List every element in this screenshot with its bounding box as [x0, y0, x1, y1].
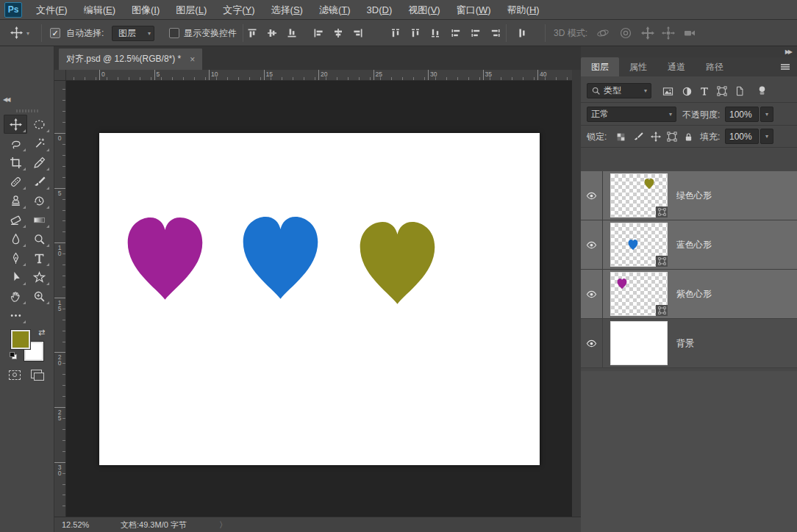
dist-right-icon[interactable]: [488, 26, 503, 40]
tool-move[interactable]: [4, 115, 27, 134]
tool-history-brush[interactable]: [27, 191, 51, 210]
filter-type-layers-icon[interactable]: [697, 84, 712, 98]
tool-zoom[interactable]: [27, 287, 51, 306]
menu-item[interactable]: 文件(F): [28, 0, 76, 20]
tool-eraser[interactable]: [4, 210, 27, 229]
filter-smart-objects-icon[interactable]: [732, 84, 747, 98]
filter-pixel-layers-icon[interactable]: [660, 84, 675, 98]
menu-item[interactable]: 3D(D): [359, 0, 401, 20]
tool-gradient[interactable]: [27, 210, 51, 229]
collapse-panel-icon[interactable]: ◀◀: [3, 96, 9, 103]
dist-spacing-icon[interactable]: [515, 26, 529, 40]
layer-visibility-toggle[interactable]: [581, 220, 603, 270]
layer-visibility-toggle[interactable]: [581, 270, 603, 319]
panel-tab-属性[interactable]: 属性: [619, 57, 657, 76]
lock-transparency-icon[interactable]: [613, 129, 628, 144]
menu-item[interactable]: 图像(I): [124, 0, 168, 20]
fill-caret[interactable]: ▾: [760, 129, 773, 144]
panel-tab-通道[interactable]: 通道: [657, 57, 696, 76]
auto-select-target-dropdown[interactable]: 图层 ▾: [112, 26, 154, 41]
tool-crop[interactable]: [4, 153, 27, 172]
layer-row[interactable]: 绿色心形: [581, 171, 797, 220]
blend-mode-dropdown[interactable]: 正常 ▾: [587, 107, 676, 122]
dist-top-icon[interactable]: [388, 26, 403, 40]
layer-visibility-toggle[interactable]: [581, 319, 603, 368]
tool-brush[interactable]: [27, 172, 51, 191]
tool-clone-stamp[interactable]: [4, 191, 27, 210]
tool-path-select[interactable]: [4, 267, 27, 287]
canvas-pasteboard[interactable]: [66, 81, 572, 517]
layer-name[interactable]: 背景: [676, 337, 694, 350]
lock-pixels-icon[interactable]: [631, 129, 646, 144]
quick-mask-mode-icon[interactable]: [9, 370, 21, 380]
menu-item[interactable]: 文字(Y): [215, 0, 262, 20]
expand-panel-icon[interactable]: ▶▶: [785, 48, 791, 55]
tool-more[interactable]: [4, 306, 27, 325]
document-canvas[interactable]: [99, 133, 540, 465]
purple-heart[interactable]: [128, 218, 203, 300]
blue-heart[interactable]: [243, 217, 318, 299]
align-top-icon[interactable]: [245, 26, 260, 40]
dist-vcenter-icon[interactable]: [408, 26, 423, 40]
tool-custom-shape[interactable]: [27, 267, 51, 287]
lock-artboard-icon[interactable]: [665, 129, 679, 144]
layer-row[interactable]: 蓝色心形: [581, 220, 797, 270]
tool-marquee[interactable]: [27, 115, 51, 134]
menu-item[interactable]: 编辑(E): [76, 0, 124, 20]
filter-adjustment-layers-icon[interactable]: [679, 84, 694, 98]
document-tab[interactable]: 对齐.psd @ 12.5%(RGB/8*) * ×: [59, 48, 202, 70]
menu-item[interactable]: 帮助(H): [499, 0, 548, 20]
tool-preset-caret-icon[interactable]: ▾: [26, 30, 29, 37]
layer-thumbnail[interactable]: [610, 223, 668, 267]
layer-row[interactable]: 背景: [581, 319, 797, 368]
tool-pen[interactable]: [4, 248, 27, 267]
fill-field[interactable]: 100%: [725, 129, 759, 144]
align-left-icon[interactable]: [311, 26, 326, 40]
auto-select-checkbox[interactable]: ✓: [50, 28, 60, 38]
zoom-level-field[interactable]: 12.52%: [62, 517, 89, 532]
default-colors-icon[interactable]: [10, 352, 18, 360]
filter-shape-layers-icon[interactable]: [715, 84, 729, 98]
panel-menu-icon[interactable]: [779, 61, 791, 73]
opacity-caret[interactable]: ▾: [760, 107, 773, 122]
layer-name[interactable]: 蓝色心形: [676, 239, 712, 251]
panel-tab-图层[interactable]: 图层: [581, 57, 619, 76]
show-transform-checkbox[interactable]: [169, 28, 179, 38]
tool-blur[interactable]: [4, 229, 27, 248]
menu-item[interactable]: 选择(S): [263, 0, 311, 20]
status-chevron-icon[interactable]: 〉: [219, 517, 227, 532]
layer-visibility-toggle[interactable]: [581, 171, 603, 220]
align-right-icon[interactable]: [351, 26, 365, 40]
align-bottom-icon[interactable]: [285, 26, 299, 40]
tool-hand[interactable]: [4, 287, 27, 306]
tool-lasso[interactable]: [4, 134, 27, 153]
dist-bottom-icon[interactable]: [428, 26, 443, 40]
panel-tab-路径[interactable]: 路径: [696, 57, 734, 76]
tool-healing-brush[interactable]: [4, 172, 27, 191]
tool-dodge[interactable]: [27, 229, 51, 248]
tool-eyedropper[interactable]: [27, 153, 51, 172]
opacity-field[interactable]: 100%: [725, 107, 759, 122]
filter-toggle-icon[interactable]: [754, 83, 769, 98]
layer-thumbnail[interactable]: [610, 272, 668, 316]
menu-item[interactable]: 滤镜(T): [311, 0, 359, 20]
layer-thumbnail[interactable]: [610, 173, 668, 218]
align-hcenter-icon[interactable]: [331, 26, 346, 40]
menu-item[interactable]: 视图(V): [400, 0, 448, 20]
menu-item[interactable]: 窗口(W): [448, 0, 499, 20]
lock-position-icon[interactable]: [648, 129, 663, 144]
menu-item[interactable]: 图层(L): [168, 0, 215, 20]
dist-left-icon[interactable]: [448, 26, 463, 40]
layer-name[interactable]: 绿色心形: [676, 190, 712, 202]
olive-heart[interactable]: [360, 222, 435, 304]
panel-grip[interactable]: [16, 109, 38, 112]
layer-thumbnail[interactable]: [610, 321, 668, 365]
tool-type[interactable]: [27, 248, 51, 267]
foreground-color-swatch[interactable]: [11, 330, 30, 349]
lock-all-icon[interactable]: [681, 129, 696, 144]
layer-name[interactable]: 紫色心形: [676, 288, 712, 301]
layer-filter-type-dropdown[interactable]: 类型 ▾: [587, 83, 651, 98]
tool-magic-wand[interactable]: [27, 134, 51, 153]
dist-hcenter-icon[interactable]: [468, 26, 483, 40]
close-document-icon[interactable]: ×: [190, 54, 195, 65]
